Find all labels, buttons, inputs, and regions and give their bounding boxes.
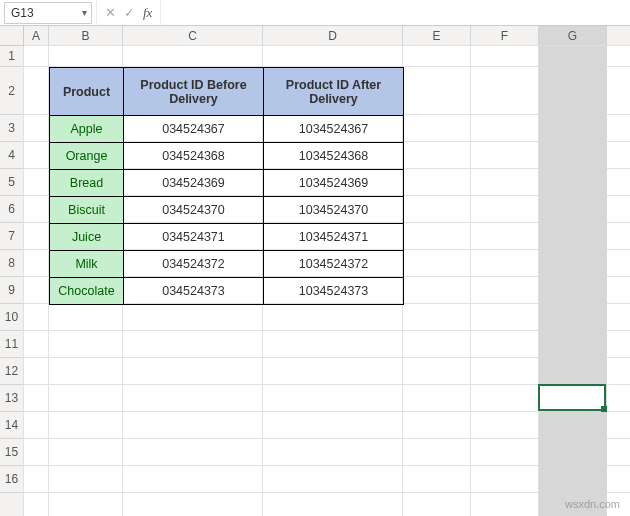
row-header-10[interactable]: 10 [0, 304, 23, 331]
row-header-16[interactable]: 16 [0, 466, 23, 493]
table-header-after[interactable]: Product ID After Delivery [264, 68, 404, 116]
cell-after[interactable]: 1034524369 [264, 170, 404, 197]
name-box-value: G13 [5, 6, 77, 20]
cell-before[interactable]: 034524367 [124, 116, 264, 143]
table-header-before[interactable]: Product ID Before Delivery [124, 68, 264, 116]
row-header-11[interactable]: 11 [0, 331, 23, 358]
cell-product[interactable]: Juice [50, 224, 124, 251]
row-header-2[interactable]: 2 [0, 67, 23, 115]
row-header-1[interactable]: 1 [0, 46, 23, 67]
confirm-icon[interactable]: ✓ [124, 5, 135, 20]
cell-after[interactable]: 1034524370 [264, 197, 404, 224]
cancel-icon[interactable]: ✕ [105, 5, 116, 20]
cell-product[interactable]: Apple [50, 116, 124, 143]
table-row: Milk0345243721034524372 [50, 251, 404, 278]
selected-column-highlight [539, 46, 607, 516]
column-header-A[interactable]: A [24, 26, 49, 45]
column-header-G[interactable]: G [539, 26, 607, 45]
name-box-dropdown-icon[interactable]: ▾ [77, 7, 91, 18]
cell-product[interactable]: Milk [50, 251, 124, 278]
cell-before[interactable]: 034524371 [124, 224, 264, 251]
row-header-15[interactable]: 15 [0, 439, 23, 466]
row-header-13[interactable]: 13 [0, 385, 23, 412]
formula-bar: G13 ▾ ✕ ✓ fx [0, 0, 630, 26]
cell-after[interactable]: 1034524368 [264, 143, 404, 170]
column-header-E[interactable]: E [403, 26, 471, 45]
row-header-7[interactable]: 7 [0, 223, 23, 250]
row-header-9[interactable]: 9 [0, 277, 23, 304]
spreadsheet-grid: ABCDEFG 12345678910111213141516 Product … [0, 26, 630, 516]
watermark: wsxdn.com [565, 498, 620, 510]
table-row: Orange0345243681034524368 [50, 143, 404, 170]
cell-before[interactable]: 034524370 [124, 197, 264, 224]
table-header-product[interactable]: Product [50, 68, 124, 116]
row-header-12[interactable]: 12 [0, 358, 23, 385]
row-header-14[interactable]: 14 [0, 412, 23, 439]
table-row: Apple0345243671034524367 [50, 116, 404, 143]
row-header-3[interactable]: 3 [0, 115, 23, 142]
cell-product[interactable]: Biscuit [50, 197, 124, 224]
active-cell[interactable] [538, 384, 606, 411]
column-header-D[interactable]: D [263, 26, 403, 45]
column-headers: ABCDEFG [24, 26, 630, 46]
fill-handle[interactable] [601, 406, 607, 412]
formula-input[interactable] [161, 0, 630, 25]
data-table: Product Product ID Before Delivery Produ… [49, 67, 404, 305]
cell-after[interactable]: 1034524373 [264, 278, 404, 305]
table-row: Biscuit0345243701034524370 [50, 197, 404, 224]
cell-after[interactable]: 1034524372 [264, 251, 404, 278]
row-header-4[interactable]: 4 [0, 142, 23, 169]
column-header-B[interactable]: B [49, 26, 123, 45]
cell-product[interactable]: Chocolate [50, 278, 124, 305]
cell-before[interactable]: 034524372 [124, 251, 264, 278]
cells-area[interactable]: Product Product ID Before Delivery Produ… [24, 46, 630, 516]
row-header-8[interactable]: 8 [0, 250, 23, 277]
column-header-C[interactable]: C [123, 26, 263, 45]
name-box[interactable]: G13 ▾ [4, 2, 92, 24]
row-header-5[interactable]: 5 [0, 169, 23, 196]
cell-before[interactable]: 034524369 [124, 170, 264, 197]
cell-after[interactable]: 1034524371 [264, 224, 404, 251]
select-all-corner[interactable] [0, 26, 24, 46]
table-row: Juice0345243711034524371 [50, 224, 404, 251]
cell-product[interactable]: Bread [50, 170, 124, 197]
cell-product[interactable]: Orange [50, 143, 124, 170]
cell-before[interactable]: 034524373 [124, 278, 264, 305]
fx-icon[interactable]: fx [143, 5, 152, 21]
column-header-F[interactable]: F [471, 26, 539, 45]
row-headers: 12345678910111213141516 [0, 46, 24, 516]
row-header-6[interactable]: 6 [0, 196, 23, 223]
table-row: Bread0345243691034524369 [50, 170, 404, 197]
table-row: Chocolate0345243731034524373 [50, 278, 404, 305]
formula-bar-buttons: ✕ ✓ fx [96, 0, 161, 25]
cell-after[interactable]: 1034524367 [264, 116, 404, 143]
cell-before[interactable]: 034524368 [124, 143, 264, 170]
